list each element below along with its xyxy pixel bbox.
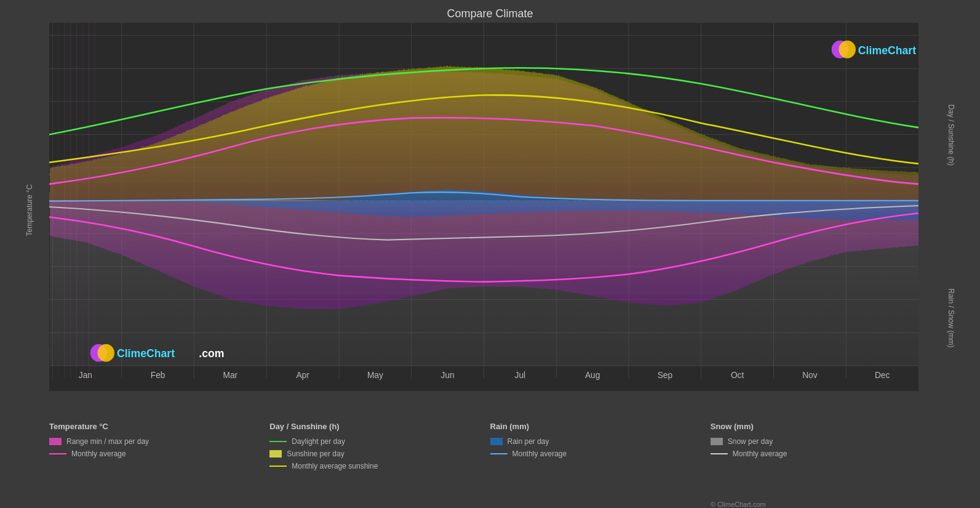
svg-text:Sep: Sep bbox=[658, 370, 673, 380]
legend-item-rain-avg: Monthly average bbox=[490, 450, 711, 458]
legend-line-daylight bbox=[269, 441, 287, 442]
legend-item-snow-avg: Monthly average bbox=[711, 450, 931, 458]
legend-col-snow: Snow (mm) Snow per day Monthly average ©… bbox=[711, 422, 931, 508]
legend-area: Temperature °C Range min / max per day M… bbox=[0, 416, 980, 508]
svg-text:Dec: Dec bbox=[875, 370, 890, 380]
legend-label-sunshine: Sunshine per day bbox=[287, 450, 344, 458]
legend-swatch-rain bbox=[490, 438, 503, 445]
legend-line-sunshine-avg bbox=[269, 466, 287, 467]
legend-col3-title: Rain (mm) bbox=[490, 422, 711, 431]
svg-text:.com: .com bbox=[199, 347, 224, 360]
svg-text:ClimeChart: ClimeChart bbox=[858, 44, 916, 56]
svg-text:Mar: Mar bbox=[223, 370, 238, 380]
legend-item-daylight: Daylight per day bbox=[269, 437, 490, 446]
main-container: Compare Climate Krasnoyarsk Krasnoyarsk … bbox=[0, 0, 980, 508]
right-axis-label-bottom: Rain / Snow (mm) bbox=[947, 289, 955, 323]
legend-label-temp-avg: Monthly average bbox=[71, 450, 126, 458]
svg-point-69 bbox=[839, 41, 855, 58]
svg-text:Apr: Apr bbox=[296, 370, 309, 380]
chart-area: Krasnoyarsk Krasnoyarsk Temperature °C D… bbox=[12, 23, 968, 416]
legend-item-sunshine-avg: Monthly average sunshine bbox=[269, 462, 490, 470]
legend-item-sunshine: Sunshine per day bbox=[269, 450, 490, 458]
svg-text:Nov: Nov bbox=[802, 370, 817, 380]
svg-text:Jul: Jul bbox=[515, 370, 526, 380]
svg-text:May: May bbox=[367, 370, 384, 380]
copyright-label: © ClimeChart.com bbox=[711, 488, 931, 508]
legend-col-sunshine: Day / Sunshine (h) Daylight per day Suns… bbox=[269, 422, 490, 508]
legend-col-rain: Rain (mm) Rain per day Monthly average bbox=[490, 422, 711, 508]
svg-text:Oct: Oct bbox=[731, 370, 744, 380]
legend-label-daylight: Daylight per day bbox=[292, 437, 345, 446]
legend-label-snow-avg: Monthly average bbox=[733, 450, 787, 458]
chart-svg: Jan Feb Mar Apr May Jun Jul Aug Sep Oct … bbox=[49, 23, 918, 391]
legend-label-rain: Rain per day bbox=[508, 437, 549, 446]
legend-label-temp-range: Range min / max per day bbox=[66, 437, 149, 446]
legend-label-sunshine-avg: Monthly average sunshine bbox=[292, 462, 378, 470]
page-title: Compare Climate bbox=[0, 0, 980, 23]
legend-swatch-temp-range bbox=[49, 438, 62, 445]
svg-text:Jun: Jun bbox=[441, 370, 455, 380]
svg-text:ClimeChart: ClimeChart bbox=[117, 347, 175, 360]
svg-rect-26 bbox=[49, 201, 918, 366]
legend-col-temperature: Temperature °C Range min / max per day M… bbox=[49, 422, 269, 508]
legend-item-temp-range: Range min / max per day bbox=[49, 437, 269, 446]
chart-wrapper: Jan Feb Mar Apr May Jun Jul Aug Sep Oct … bbox=[49, 23, 918, 391]
svg-text:Feb: Feb bbox=[151, 370, 165, 380]
legend-swatch-sunshine bbox=[269, 450, 282, 458]
legend-col1-title: Temperature °C bbox=[49, 422, 269, 431]
legend-item-snow: Snow per day bbox=[711, 437, 931, 446]
legend-line-temp-avg bbox=[49, 453, 66, 454]
legend-swatch-snow bbox=[711, 438, 723, 445]
legend-col4-title: Snow (mm) bbox=[711, 422, 931, 431]
legend-line-rain-avg bbox=[490, 453, 508, 454]
legend-label-snow: Snow per day bbox=[728, 437, 773, 446]
legend-label-rain-avg: Monthly average bbox=[512, 450, 567, 458]
right-axis-label-top: Day / Sunshine (h) bbox=[947, 104, 955, 138]
svg-text:Jan: Jan bbox=[79, 370, 92, 380]
legend-line-snow-avg bbox=[711, 453, 728, 454]
svg-point-73 bbox=[98, 344, 114, 362]
legend-col2-title: Day / Sunshine (h) bbox=[269, 422, 490, 431]
svg-text:Aug: Aug bbox=[585, 370, 600, 380]
legend-item-temp-avg: Monthly average bbox=[49, 450, 269, 458]
left-axis-label: Temperature °C bbox=[25, 203, 34, 236]
legend-item-rain: Rain per day bbox=[490, 437, 711, 446]
